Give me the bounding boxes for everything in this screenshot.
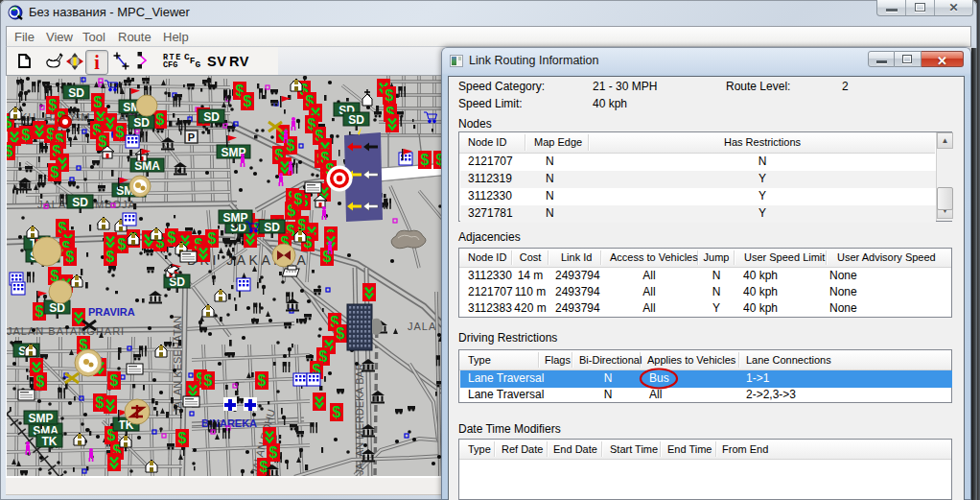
svg-text:$: $ [294, 191, 303, 207]
svg-text:$: $ [66, 249, 75, 265]
svg-text:$: $ [333, 404, 341, 420]
svg-text:SD: SD [348, 113, 364, 127]
svg-text:$: $ [22, 127, 31, 143]
svg-text:$: $ [116, 124, 125, 140]
svg-text:$: $ [421, 152, 430, 168]
svg-text:$: $ [110, 372, 119, 389]
svg-text:TK: TK [42, 435, 58, 448]
svg-text:SMP: SMP [222, 211, 247, 225]
svg-text:$: $ [337, 325, 345, 342]
svg-text:PRAVIRA: PRAVIRA [88, 306, 135, 318]
svg-text:$: $ [156, 111, 165, 128]
svg-text:$: $ [258, 372, 267, 389]
svg-text:$: $ [168, 229, 176, 246]
svg-text:$: $ [96, 394, 105, 411]
svg-text:$: $ [204, 372, 213, 389]
svg-text:$: $ [51, 164, 59, 180]
svg-text:$: $ [106, 249, 115, 265]
svg-text:$: $ [385, 87, 394, 104]
svg-text:$: $ [7, 143, 13, 159]
svg-text:$: $ [36, 373, 45, 390]
svg-text:SD: SD [264, 221, 280, 234]
svg-text:$: $ [118, 236, 127, 252]
svg-text:$: $ [35, 303, 44, 320]
svg-text:$: $ [244, 93, 252, 109]
svg-text:SD: SD [203, 110, 220, 124]
svg-text:SD: SD [72, 196, 88, 209]
svg-text:$: $ [260, 459, 268, 475]
svg-text:SD: SD [68, 86, 84, 100]
svg-text:$: $ [178, 430, 187, 446]
svg-text:$: $ [323, 249, 332, 265]
svg-text:SMP: SMP [28, 412, 53, 425]
svg-text:JALA: JALA [408, 321, 436, 332]
svg-text:P: P [188, 131, 195, 143]
